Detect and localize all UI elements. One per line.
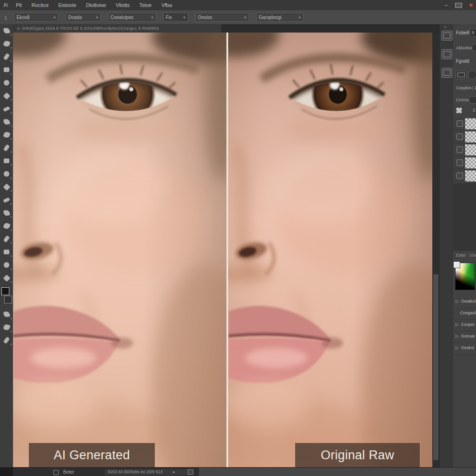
options-dropdown-5[interactable]: Onoiss▾ <box>195 13 249 22</box>
marquee-tool[interactable] <box>0 37 13 50</box>
background-color-swatch[interactable] <box>4 296 12 304</box>
collapse-panels-icon[interactable]: » <box>444 25 446 29</box>
tool-palette <box>0 24 13 467</box>
brush-tool[interactable] <box>0 115 13 128</box>
gradient-tool[interactable] <box>0 167 13 180</box>
layer-5-thumbnail[interactable] <box>465 170 476 182</box>
opacity-value[interactable]: 2 <box>474 86 476 90</box>
panel-tab-3-icon[interactable] <box>442 68 452 78</box>
adjustment-row-4[interactable]: ▷Gonuai <box>453 331 476 343</box>
panel-tab-2-icon[interactable] <box>442 49 452 59</box>
lasso-tool[interactable] <box>0 50 13 63</box>
menu-eisloole[interactable]: Eisloole <box>59 2 77 8</box>
gradient-icon <box>4 171 9 177</box>
layer-3-visibility-checkbox[interactable] <box>456 146 463 153</box>
eyedropper-tool[interactable] <box>0 89 13 102</box>
hand-tool[interactable] <box>0 258 13 271</box>
options-dropdowns: Ekoo8▾Doada▾Coealcipes▾Fix▾Onoiss▾Garopl… <box>14 13 311 22</box>
options-dropdown-4[interactable]: Fix▾ <box>163 13 188 22</box>
object-selection-icon <box>4 67 9 72</box>
minimize-icon[interactable]: – <box>443 2 450 8</box>
panel-gap <box>453 183 476 251</box>
move-tool[interactable] <box>0 24 13 37</box>
menu-diotloioe[interactable]: Diotloioe <box>86 2 106 8</box>
menu-plt[interactable]: Plt <box>16 2 22 8</box>
color-panel-tab-left[interactable]: Ealar <box>456 253 466 258</box>
menu-tstoe[interactable]: Tstoe <box>139 2 152 8</box>
lasso-icon <box>3 53 10 60</box>
menu-bar: Fr PltRocticeEislooleDiotloioeVliottsTst… <box>0 0 476 11</box>
adjustment-row-1[interactable]: ▷Oeatkol <box>453 296 476 308</box>
menu-vfba[interactable]: Vfba <box>161 2 172 8</box>
hand-icon <box>4 262 9 268</box>
foreground-color-swatch[interactable] <box>1 287 9 295</box>
zoom-icon <box>3 274 10 282</box>
panel-tab-label[interactable]: Fobe8 <box>456 30 469 35</box>
layer-3-thumbnail[interactable] <box>465 144 476 156</box>
eraser-tool[interactable] <box>0 154 13 167</box>
adjustment-cursor-icon: ▷ <box>456 322 459 327</box>
screen-mode-icon <box>3 337 10 344</box>
status-arrow-icon[interactable]: ▸ <box>173 469 175 474</box>
pen-tool[interactable] <box>0 206 13 219</box>
screen-mode-tool[interactable] <box>0 334 13 347</box>
quick-mask-tool[interactable] <box>0 321 13 334</box>
chevron-down-icon: ▾ <box>53 15 55 20</box>
options-dropdown-6[interactable]: Garoploogi▾ <box>256 13 304 22</box>
blur-tool[interactable] <box>0 180 13 193</box>
options-dropdown-1[interactable]: Ekoo8▾ <box>14 13 59 22</box>
adjustment-row-5[interactable]: ▷Oeskoi <box>453 343 476 355</box>
color-sample-checkbox[interactable] <box>454 262 460 268</box>
options-dropdown-2[interactable]: Doada▾ <box>66 13 101 22</box>
layer-1-thumbnail[interactable] <box>465 118 476 130</box>
type-tool[interactable] <box>0 219 13 232</box>
options-dropdown-3[interactable]: Coealcipes▾ <box>108 13 156 22</box>
adjustment-label: Coopei <box>461 322 475 327</box>
blend-row-box[interactable] <box>472 44 476 51</box>
document-canvas[interactable]: AI Generated Original Raw <box>13 33 432 467</box>
vertical-scrollbar[interactable] <box>432 33 439 467</box>
status-bar: Beter 8203 8A B0/0eks eo 20/9 923 ▸ <box>0 467 476 476</box>
layer-2-visibility-checkbox[interactable] <box>456 133 463 140</box>
status-zoom-label[interactable]: Beter <box>63 469 74 475</box>
layer-1-visibility-checkbox[interactable] <box>456 120 463 127</box>
object-selection-tool[interactable] <box>0 63 13 76</box>
film-grain-overlay <box>228 33 432 467</box>
lock-transparency-icon[interactable] <box>456 107 462 113</box>
color-panel-tab-right[interactable]: 10ai <box>469 253 476 258</box>
path-selection-tool[interactable] <box>0 232 13 245</box>
dropdown-label: Garoploogi <box>259 15 282 20</box>
status-panel-icon[interactable] <box>188 469 193 475</box>
scrollbar-thumb[interactable] <box>433 274 438 460</box>
panel-icon-b[interactable] <box>468 71 476 79</box>
adjustment-row-3[interactable]: ▷Coopei <box>453 319 476 331</box>
layer-5-row <box>453 169 476 182</box>
dodge-tool[interactable] <box>0 193 13 206</box>
menu-roctice[interactable]: Roctice <box>32 2 49 8</box>
close-icon[interactable]: × <box>468 1 474 9</box>
fill-value-box[interactable] <box>469 96 476 104</box>
clone-stamp-tool[interactable] <box>0 128 13 141</box>
blend-row-label[interactable]: Abloolse <box>456 46 472 50</box>
chevron-down-icon: ▾ <box>151 15 153 20</box>
layer-2-thumbnail[interactable] <box>465 131 476 143</box>
maximize-icon[interactable] <box>455 3 462 8</box>
zoom-tool[interactable] <box>0 271 13 284</box>
panel-icon-a[interactable] <box>456 71 467 79</box>
crop-tool[interactable] <box>0 76 13 89</box>
layer-4-thumbnail[interactable] <box>465 157 476 169</box>
layer-2-row <box>453 130 476 143</box>
edit-toolbar-tool[interactable] <box>0 308 13 321</box>
history-brush-tool[interactable] <box>0 141 13 154</box>
healing-brush-tool[interactable] <box>0 102 13 115</box>
document-info-text: 8203 8A B0/0eks eo 20/9 923 <box>108 469 163 474</box>
menu-vliotts[interactable]: Vliotts <box>116 2 130 8</box>
panel-tab-1-icon[interactable] <box>442 31 452 40</box>
layer-5-visibility-checkbox[interactable] <box>456 172 463 179</box>
panel-tab-value-box[interactable]: 9 <box>470 29 476 37</box>
layer-4-visibility-checkbox[interactable] <box>456 159 463 166</box>
shape-tool[interactable] <box>0 245 13 258</box>
adjustment-row-2[interactable]: Cnegaol <box>453 308 476 320</box>
status-zoom-icon <box>53 470 59 475</box>
document-tab[interactable]: e: 00kd0/gqra 2928.8 TROO.8E 8.2OIU/IBRn… <box>13 24 222 33</box>
